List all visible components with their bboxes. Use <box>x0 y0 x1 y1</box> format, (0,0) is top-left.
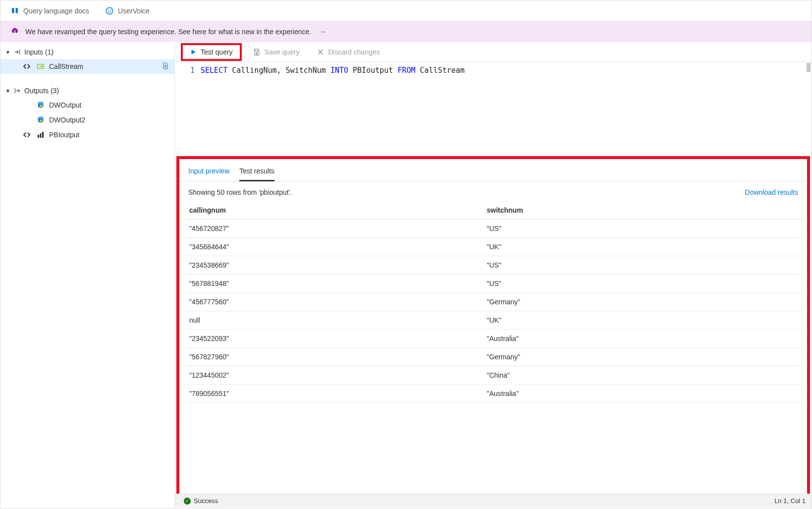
cell-callingnum: "567827960" <box>183 348 481 366</box>
caret-down-icon: ▼ <box>5 88 10 94</box>
tree-item-label: DWOutput <box>49 101 81 109</box>
cell-callingnum: "789056551" <box>183 385 481 403</box>
editor-pane: Test query Save query Discard changes 1 … <box>175 42 812 508</box>
sidebar: ▼ Inputs (1) CallStream ▼ Outputs (3) <box>0 42 175 508</box>
test-query-label: Test query <box>201 48 233 56</box>
svg-rect-11 <box>40 133 42 138</box>
cell-callingnum: "456720827" <box>183 220 481 238</box>
save-query-button[interactable]: Save query <box>246 45 307 59</box>
success-icon: ✓ <box>184 498 191 505</box>
arrow-right-icon[interactable]: → <box>319 28 326 36</box>
svg-rect-6 <box>40 105 43 107</box>
cell-switchnum: "US" <box>481 256 803 275</box>
tree-item-label: DWOutput2 <box>49 116 85 124</box>
table-row[interactable]: "456720827""US" <box>183 220 803 238</box>
discard-changes-label: Discard changes <box>328 48 379 56</box>
save-query-label: Save query <box>265 48 300 56</box>
svg-rect-10 <box>38 135 39 138</box>
banner-message: We have revamped the query testing exper… <box>25 28 311 36</box>
sidebar-item-pbioutput[interactable]: PBIoutput <box>0 127 174 142</box>
cell-callingnum: null <box>183 311 481 330</box>
table-row[interactable]: "234522093""Australia" <box>183 330 803 348</box>
tree-item-label: CallStream <box>49 62 83 70</box>
table-row[interactable]: "789056551""Australia" <box>183 385 803 403</box>
document-icon <box>162 62 169 71</box>
download-results-link[interactable]: Download results <box>745 188 798 196</box>
cell-switchnum: "UK" <box>481 238 803 256</box>
cell-callingnum: "567881948" <box>183 275 481 293</box>
rocket-icon <box>10 27 19 36</box>
test-query-button[interactable]: Test query <box>181 43 242 61</box>
svg-rect-9 <box>40 119 43 122</box>
cell-callingnum: "456777560" <box>183 293 481 311</box>
discard-changes-button[interactable]: Discard changes <box>310 45 386 59</box>
svg-point-2 <box>110 9 111 10</box>
line-number: 1 <box>175 66 195 75</box>
sql-icon <box>36 115 45 124</box>
cell-switchnum: "UK" <box>481 311 803 330</box>
code-icon <box>22 62 31 71</box>
col-header-switchnum[interactable]: switchnum <box>481 201 803 220</box>
cell-switchnum: "US" <box>481 275 803 293</box>
cell-switchnum: "Australia" <box>481 330 803 348</box>
inputs-group-header[interactable]: ▼ Inputs (1) <box>0 45 174 59</box>
sidebar-item-dwoutput2[interactable]: DWOutput2 <box>0 113 174 127</box>
table-row[interactable]: "456777560""Germany" <box>183 293 803 311</box>
table-row[interactable]: null"UK" <box>183 311 803 330</box>
outputs-header-label: Outputs (3) <box>24 87 59 95</box>
cell-switchnum: "Australia" <box>481 385 803 403</box>
results-tabs: Input preview Test results <box>179 159 807 181</box>
powerbi-icon <box>36 130 45 139</box>
svg-point-5 <box>38 102 44 104</box>
cell-callingnum: "345684644" <box>183 238 481 256</box>
svg-rect-12 <box>42 132 44 138</box>
cell-switchnum: "Germany" <box>481 293 803 311</box>
table-row[interactable]: "567827960""Germany" <box>183 348 803 366</box>
cursor-position: Ln 1, Col 1 <box>774 497 806 505</box>
tree-item-label: PBIoutput <box>49 131 80 139</box>
book-icon <box>10 6 19 15</box>
stream-icon <box>36 62 45 71</box>
sidebar-item-dwoutput[interactable]: DWOutput <box>0 98 174 113</box>
query-language-docs-link[interactable]: Query language docs <box>10 6 89 15</box>
cell-switchnum: "US" <box>481 220 803 238</box>
results-table-scroll[interactable]: callingnum switchnum "456720827""US""345… <box>183 201 803 508</box>
table-row[interactable]: "567881948""US" <box>183 275 803 293</box>
uservoice-link[interactable]: UserVoice <box>105 6 150 15</box>
svg-point-8 <box>38 116 44 119</box>
play-icon <box>190 49 197 56</box>
svg-point-1 <box>108 9 109 10</box>
info-banner: We have revamped the query testing exper… <box>0 21 812 42</box>
smiley-icon <box>105 6 114 15</box>
cell-switchnum: "China" <box>481 366 803 385</box>
outputs-group-header[interactable]: ▼ Outputs (3) <box>0 84 174 98</box>
save-icon <box>253 48 261 56</box>
svg-point-0 <box>106 7 113 14</box>
cell-callingnum: "234522093" <box>183 330 481 348</box>
results-table: callingnum switchnum "456720827""US""345… <box>183 201 803 403</box>
status-bar: ✓ Success Ln 1, Col 1 <box>176 494 810 508</box>
cell-switchnum: "Germany" <box>481 348 803 366</box>
docs-link-label: Query language docs <box>23 7 89 15</box>
table-row[interactable]: "345684644""UK" <box>183 238 803 256</box>
cell-callingnum: "123445002" <box>183 366 481 385</box>
editor-scroll-thumb[interactable] <box>807 63 811 72</box>
results-summary: Showing 50 rows from 'pbioutput'. <box>188 188 292 196</box>
table-row[interactable]: "123445002""China" <box>183 366 803 385</box>
outputs-icon <box>13 87 21 95</box>
sql-icon <box>36 101 45 110</box>
tab-input-preview[interactable]: Input preview <box>188 167 229 181</box>
table-row[interactable]: "234538669""US" <box>183 256 803 275</box>
col-header-callingnum[interactable]: callingnum <box>183 201 481 220</box>
tab-test-results[interactable]: Test results <box>239 167 274 181</box>
table-header-row: callingnum switchnum <box>183 201 803 220</box>
code-icon <box>22 130 31 139</box>
code-line-1[interactable]: SELECT CallingNum, SwitchNum INTO PBIout… <box>201 66 465 156</box>
query-editor[interactable]: 1 SELECT CallingNum, SwitchNum INTO PBIo… <box>175 62 812 156</box>
caret-down-icon: ▼ <box>5 50 10 55</box>
inputs-header-label: Inputs (1) <box>24 48 54 56</box>
status-text: Success <box>194 497 218 505</box>
query-toolbar: Test query Save query Discard changes <box>175 42 812 62</box>
inputs-icon <box>13 48 21 56</box>
sidebar-item-callstream[interactable]: CallStream <box>0 59 174 74</box>
